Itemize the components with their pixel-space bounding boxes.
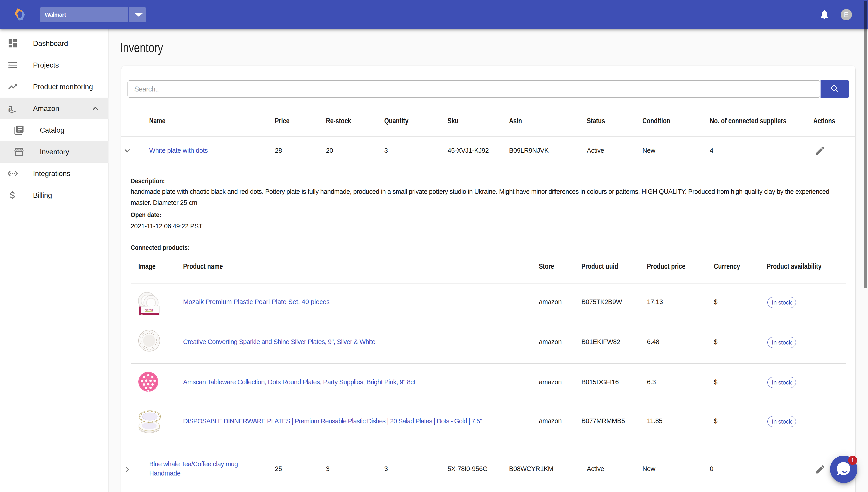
svg-text:mozaïk: mozaïk — [145, 309, 154, 311]
svg-text:40: 40 — [141, 313, 143, 315]
